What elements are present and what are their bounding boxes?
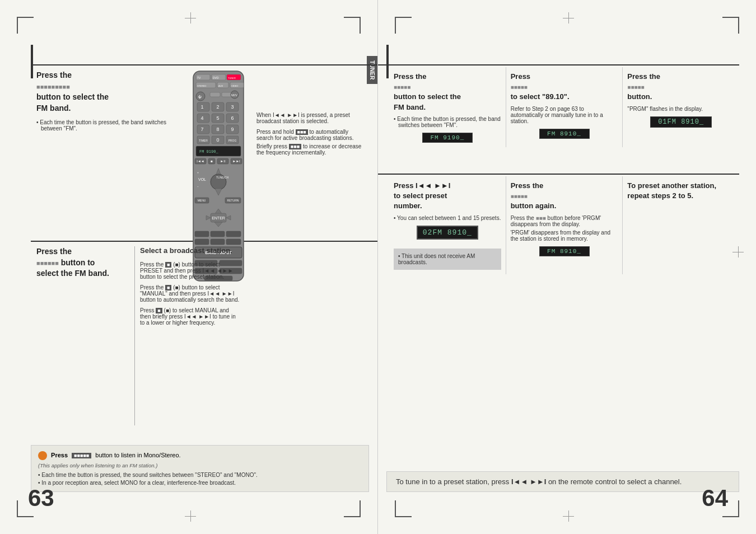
bottom-right-text: To tune in to a preset station, press I◄… [396,477,730,486]
step2-text: Press the ■■■■■■ button to select the FM… [36,246,132,279]
right-step3-sub: "PRGM" flashes in the display. [627,106,735,112]
svg-rect-72 [226,231,241,237]
right-step3: Press the ■■■■■ button. "PRGM" flashes i… [623,67,739,147]
bottom-note: (This applies only when listening to an … [38,462,362,469]
svg-text:STEREO: STEREO [197,85,206,87]
step2-station: Select a broadcast station. Press the ■ … [140,246,241,326]
right-row2: Press I◄◄ ►►Ito select presetnumber. • Y… [389,176,739,274]
svg-text:4: 4 [200,115,203,121]
page-number-right: 64 [702,485,728,512]
right-step6: To preset another station, repeat steps … [623,176,739,274]
display-fm2: FM 8910_ [539,129,590,139]
step2-v-divider [134,246,135,425]
step2-title: Press the ■■■■■■ button to select the FM… [36,246,132,279]
corner-mark-br [344,500,361,517]
right-step4: Press I◄◄ ►►Ito select presetnumber. • Y… [389,176,506,274]
step1-sub3: Briefly press ■■■ to increase or decreas… [256,143,366,156]
step-tab: TUNER [367,56,377,84]
right-step5-sub1: Press the ■■■ button before 'PRGM' disap… [511,215,618,227]
bottom-bullet1: • Each time the button is pressed, the s… [38,472,362,478]
svg-text:⏻: ⏻ [198,95,202,99]
page-right: Press the ■■■■■ button to select theFM b… [378,0,756,534]
svg-text:PROG: PROG [228,139,237,142]
corner-mark-tl-r [395,17,412,34]
svg-text:■: ■ [211,160,213,163]
corner-mark-tr [344,17,361,34]
svg-text:►►I: ►►I [232,160,240,163]
svg-rect-71 [211,231,225,237]
svg-rect-73 [195,239,209,245]
bottom-press-line: Press ■■■■■ button to listen in Mono/Ste… [38,451,362,460]
step2-sub3: Press ■ (■) to select MANUAL and then br… [140,307,241,326]
svg-text:−: − [197,185,199,188]
display-fm5: FM 8910_ [539,246,590,256]
right-left-bar [386,45,389,78]
svg-text:7: 7 [200,127,203,132]
svg-text:FM  9190_: FM 9190_ [199,149,218,154]
svg-text:5: 5 [216,115,219,121]
am-note: • This unit does not receive AM broadcas… [394,249,501,270]
right-step4-display-area: 02FM 8910_ [394,226,501,240]
right-step1: Press the ■■■■■ button to select theFM b… [389,67,506,147]
crosshair-bottom [185,510,196,522]
crosshair-top [185,12,196,24]
right-step1-display: FM 9190_ [394,133,501,143]
bottom-bullet2: • In a poor reception area, select MONO … [38,480,362,486]
right-step6-title: To preset another station, repeat steps … [627,181,735,201]
right-step5: Press the ■■■■■button again. Press the ■… [506,176,623,274]
corner-mark-bl-r [395,500,412,517]
right-step5-sub2: 'PRGM' disappears from the display and t… [511,229,618,242]
corner-mark-tl [17,17,34,34]
svg-rect-15 [210,92,220,97]
svg-text:9: 9 [231,127,234,132]
svg-text:TIMER: TIMER [199,139,208,142]
step1-sub1: When I◄◄ ►►I is pressed, a preset broadc… [256,112,366,124]
display-fm1: FM 9190_ [422,133,473,143]
right-step4-sub: • You can select between 1 and 15 preset… [394,215,501,221]
svg-text:I◄◄: I◄◄ [197,160,204,163]
bottom-bar-left: Press ■■■■■ button to listen in Mono/Ste… [31,445,369,492]
right-step3-display: 01FM 8910_ [627,116,735,128]
svg-text:3: 3 [231,104,234,110]
svg-text:►II: ►II [220,160,226,163]
svg-text:2: 2 [216,104,219,110]
right-step2: Press ■■■■■ to select "89.10". Refer to … [506,67,623,147]
svg-text:8: 8 [216,127,219,132]
right-step4-title: Press I◄◄ ►►Ito select presetnumber. [394,181,501,212]
svg-rect-74 [211,239,225,245]
svg-text:+: + [197,171,199,174]
svg-text:VIDEO: VIDEO [231,85,238,87]
step2-sub2: Press the ■ (■) button to select "MANUAL… [140,284,241,303]
svg-text:1: 1 [200,104,203,110]
orange-circle [38,451,47,460]
right-step2-display: FM 8910_ [511,129,618,139]
svg-text:TV: TV [197,76,201,79]
corner-mark-tr-r [722,17,739,34]
right-step3-title: Press the ■■■■■ button. [627,72,735,102]
step1-title: Press the ■■■■■■■■■ button to select the… [36,70,182,114]
page-number-left: 63 [28,485,54,512]
right-row1: Press the ■■■■■ button to select theFM b… [389,67,739,147]
display-fm3: 01FM 8910_ [650,116,712,128]
left-bar [31,45,33,78]
right-mid-divider [378,174,739,175]
bottom-bar-right: To tune in to a preset station, press I◄… [386,471,739,492]
svg-text:AUX: AUX [218,85,223,87]
svg-text:RETURN: RETURN [227,199,239,202]
right-step5-title: Press the ■■■■■button again. [511,181,618,212]
svg-rect-75 [226,239,241,245]
step1-sub2: Press and hold ■■■ to automatically sear… [256,129,366,141]
bottom-press-label: Press [51,452,68,458]
step2-sub1: Press the ■ (■) button to select PRESET … [140,261,241,280]
svg-text:ENTER: ENTER [212,216,225,220]
step1-bullet1: Each time the button is pressed, the ban… [36,119,182,132]
svg-text:TUNER: TUNER [228,77,236,79]
svg-text:MENU: MENU [198,199,206,202]
step1-subs: When I◄◄ ►►I is pressed, a preset broadc… [256,112,366,156]
svg-rect-70 [195,231,209,237]
svg-rect-16 [222,92,232,97]
right-step2-title: Press ■■■■■ to select "89.10". [511,72,618,102]
page-container: TUNER Press the ■■■■■■■■■ button to sele… [0,0,756,534]
right-step1-title: Press the ■■■■■ button to select theFM b… [394,72,501,113]
step1-text: Press the ■■■■■■■■■ button to select the… [36,70,182,132]
